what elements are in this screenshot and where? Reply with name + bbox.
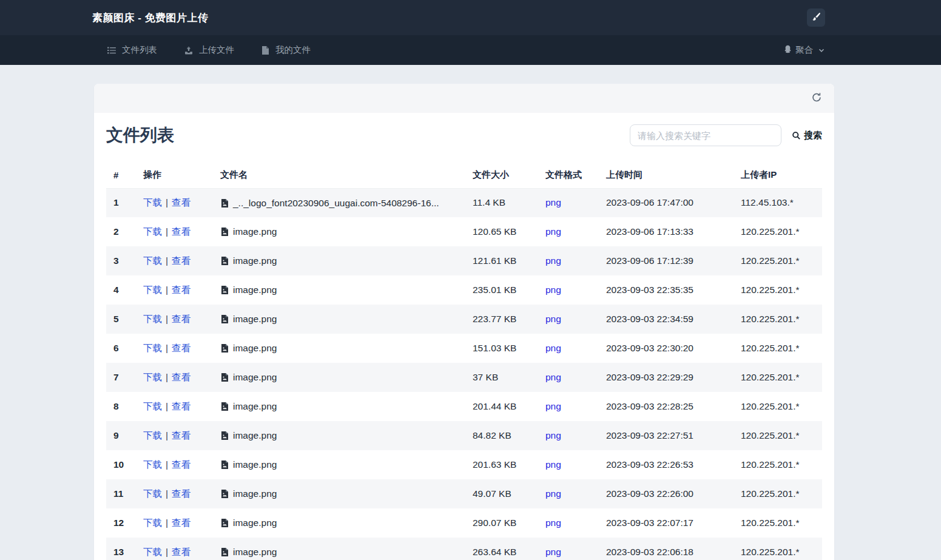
nav-item-file-list[interactable]: 文件列表	[107, 44, 157, 56]
col-header-ip: 上传者IP	[734, 163, 822, 188]
format-link[interactable]: png	[545, 314, 561, 324]
format-link[interactable]: png	[545, 197, 561, 207]
row-actions: 下载|查看	[136, 217, 213, 246]
row-format: png	[538, 363, 599, 392]
row-actions: 下载|查看	[136, 479, 213, 508]
image-file-icon	[220, 227, 229, 237]
format-link[interactable]: png	[545, 401, 561, 411]
file-table: # 操作 文件名 文件大小 文件格式 上传时间 上传者IP 1 下载|查看	[106, 163, 822, 560]
refresh-button[interactable]	[810, 91, 823, 106]
format-link[interactable]: png	[545, 255, 561, 266]
format-link[interactable]: png	[545, 343, 561, 353]
row-actions: 下载|查看	[136, 392, 213, 421]
action-separator: |	[166, 430, 168, 440]
row-actions: 下载|查看	[136, 188, 213, 217]
row-format: png	[538, 305, 599, 334]
view-link[interactable]: 查看	[172, 343, 191, 353]
download-link[interactable]: 下载	[143, 430, 162, 440]
theme-toggle-button[interactable]	[807, 8, 825, 27]
action-separator: |	[166, 547, 168, 557]
download-link[interactable]: 下载	[143, 255, 162, 266]
action-separator: |	[166, 314, 168, 324]
filename: image.png	[233, 343, 277, 354]
view-link[interactable]: 查看	[172, 255, 191, 266]
format-link[interactable]: png	[545, 459, 561, 470]
row-time: 2023-09-06 17:47:00	[599, 188, 734, 217]
view-link[interactable]: 查看	[172, 547, 191, 557]
navbar: 文件列表 上传文件 我的文件	[0, 35, 941, 65]
table-row: 2 下载|查看 image.png 120.65 KB png 2023-09-…	[106, 217, 822, 246]
action-separator: |	[166, 518, 168, 528]
row-filename-cell: image.png	[213, 538, 465, 560]
format-link[interactable]: png	[545, 547, 561, 557]
download-link[interactable]: 下载	[143, 547, 162, 557]
col-header-action: 操作	[136, 163, 213, 188]
download-link[interactable]: 下载	[143, 401, 162, 411]
row-format: png	[538, 217, 599, 246]
download-link[interactable]: 下载	[143, 372, 162, 382]
row-time: 2023-09-03 22:34:59	[599, 305, 734, 334]
row-ip: 120.225.201.*	[734, 538, 822, 560]
download-link[interactable]: 下载	[143, 343, 162, 353]
row-filename-cell: image.png	[213, 450, 465, 479]
format-link[interactable]: png	[545, 488, 561, 499]
chevron-down-icon	[818, 47, 825, 54]
format-link[interactable]: png	[545, 226, 561, 237]
row-filename-cell: image.png	[213, 275, 465, 305]
view-link[interactable]: 查看	[172, 518, 191, 528]
download-link[interactable]: 下载	[143, 459, 162, 470]
row-size: 201.63 KB	[465, 450, 538, 479]
view-link[interactable]: 查看	[172, 459, 191, 470]
search-button[interactable]: 搜索	[792, 130, 822, 141]
download-link[interactable]: 下载	[143, 226, 162, 237]
row-time: 2023-09-03 22:26:00	[599, 479, 734, 508]
filename: _.._logo_font20230906_uugai.com-5408296-…	[233, 198, 439, 209]
nav-item-my-files[interactable]: 我的文件	[261, 44, 311, 56]
row-size: 151.03 KB	[465, 334, 538, 363]
view-link[interactable]: 查看	[172, 401, 191, 411]
format-link[interactable]: png	[545, 372, 561, 382]
app-title: 素颜图床 - 免费图片上传	[92, 11, 209, 25]
view-link[interactable]: 查看	[172, 197, 191, 207]
view-link[interactable]: 查看	[172, 430, 191, 440]
download-link[interactable]: 下载	[143, 285, 162, 295]
row-time: 2023-09-06 17:12:39	[599, 246, 734, 275]
filename: image.png	[233, 314, 277, 325]
download-link[interactable]: 下载	[143, 488, 162, 499]
row-filename-cell: image.png	[213, 305, 465, 334]
row-format: png	[538, 334, 599, 363]
table-row: 10 下载|查看 image.png 201.63 KB png 2023-09…	[106, 450, 822, 479]
row-index: 7	[106, 363, 136, 392]
filename: image.png	[233, 488, 277, 499]
image-file-icon	[220, 402, 229, 411]
image-file-icon	[220, 547, 229, 557]
row-actions: 下载|查看	[136, 508, 213, 538]
row-index: 13	[106, 538, 136, 560]
nav-item-label: 我的文件	[275, 44, 311, 56]
download-link[interactable]: 下载	[143, 314, 162, 324]
row-actions: 下载|查看	[136, 275, 213, 305]
user-menu[interactable]: 聚合	[783, 35, 825, 65]
table-row: 3 下载|查看 image.png 121.61 KB png 2023-09-…	[106, 246, 822, 275]
table-row: 11 下载|查看 image.png 49.07 KB png 2023-09-…	[106, 479, 822, 508]
download-link[interactable]: 下载	[143, 197, 162, 207]
format-link[interactable]: png	[545, 285, 561, 295]
row-actions: 下载|查看	[136, 450, 213, 479]
topbar: 素颜图床 - 免费图片上传	[0, 0, 941, 35]
row-index: 12	[106, 508, 136, 538]
view-link[interactable]: 查看	[172, 285, 191, 295]
search-input[interactable]	[630, 124, 781, 146]
user-label: 聚合	[795, 44, 813, 56]
filename: image.png	[233, 285, 277, 295]
view-link[interactable]: 查看	[172, 226, 191, 237]
view-link[interactable]: 查看	[172, 488, 191, 499]
row-index: 9	[106, 421, 136, 450]
format-link[interactable]: png	[545, 518, 561, 528]
row-size: 223.77 KB	[465, 305, 538, 334]
view-link[interactable]: 查看	[172, 314, 191, 324]
format-link[interactable]: png	[545, 430, 561, 440]
view-link[interactable]: 查看	[172, 372, 191, 382]
nav-item-upload[interactable]: 上传文件	[184, 44, 234, 56]
download-link[interactable]: 下载	[143, 518, 162, 528]
row-size: 201.44 KB	[465, 392, 538, 421]
